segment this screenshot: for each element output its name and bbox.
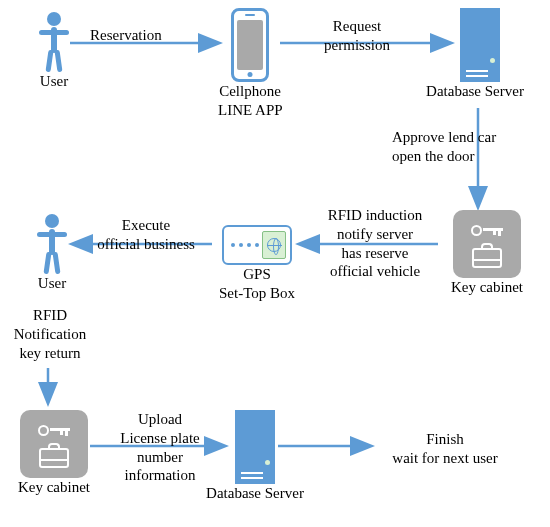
finish-l2: wait for next user	[370, 449, 520, 468]
user2-label: User	[22, 274, 82, 293]
user2-sub-l3: key return	[0, 344, 100, 363]
server-node-2: Database Server	[200, 410, 310, 503]
gps-icon	[222, 225, 292, 265]
user-icon	[34, 12, 74, 72]
cabinet2-label: Key cabinet	[14, 478, 94, 497]
edge-request-l1: Request	[312, 17, 402, 36]
edge-approve-l2: open the door	[392, 147, 542, 166]
key-cabinet-node-2: Key cabinet	[14, 410, 94, 497]
cellphone-icon	[231, 8, 269, 82]
user2-sub-l1: RFID	[0, 306, 100, 325]
gps-node: GPS Set-Top Box	[212, 225, 302, 303]
edge-request-l2: permission	[312, 36, 402, 55]
phone-label-2: LINE APP	[218, 101, 282, 120]
key-cabinet-icon	[453, 210, 521, 278]
edge-upload-l1: Upload	[105, 410, 215, 429]
edge-rfid-l1: RFID induction	[315, 206, 435, 225]
edge-execute-l1: Execute	[86, 216, 206, 235]
edge-upload-l3: number	[105, 448, 215, 467]
user2-sub-l2: Notification	[0, 325, 100, 344]
user-icon	[32, 214, 72, 274]
edge-upload-l4: information	[105, 466, 215, 485]
gps-label-2: Set-Top Box	[212, 284, 302, 303]
edge-reservation: Reservation	[90, 26, 162, 45]
finish-l1: Finish	[370, 430, 520, 449]
key-cabinet-icon	[20, 410, 88, 478]
edge-upload-l2: License plate	[105, 429, 215, 448]
edge-rfid: RFID induction notify server has reserve…	[315, 206, 435, 281]
phone-label-1: Cellphone	[218, 82, 282, 101]
edge-rfid-l4: official vehicle	[315, 262, 435, 281]
key-cabinet-node-1: Key cabinet	[442, 210, 532, 297]
edge-approve-l1: Approve lend car	[392, 128, 542, 147]
user2-sub: RFID Notification key return	[0, 306, 100, 362]
edge-execute-l2: official business	[86, 235, 206, 254]
edge-approve: Approve lend car open the door	[392, 128, 542, 166]
gps-label-1: GPS	[212, 265, 302, 284]
edge-request: Request permission	[312, 17, 402, 55]
server-icon	[235, 410, 275, 484]
user-node-1: User	[24, 12, 84, 91]
edge-upload: Upload License plate number information	[105, 410, 215, 485]
server-node-1: Database Server	[430, 8, 530, 101]
user1-label: User	[24, 72, 84, 91]
edge-rfid-l3: has reserve	[315, 244, 435, 263]
cellphone-node: Cellphone LINE APP	[218, 8, 282, 120]
server2-label: Database Server	[200, 484, 310, 503]
edge-rfid-l2: notify server	[315, 225, 435, 244]
server-icon	[460, 8, 500, 82]
cabinet1-label: Key cabinet	[442, 278, 532, 297]
finish-node: Finish wait for next user	[370, 430, 520, 468]
user-node-2: User	[22, 214, 82, 293]
edge-execute: Execute official business	[86, 216, 206, 254]
server1-label: Database Server	[420, 82, 530, 101]
